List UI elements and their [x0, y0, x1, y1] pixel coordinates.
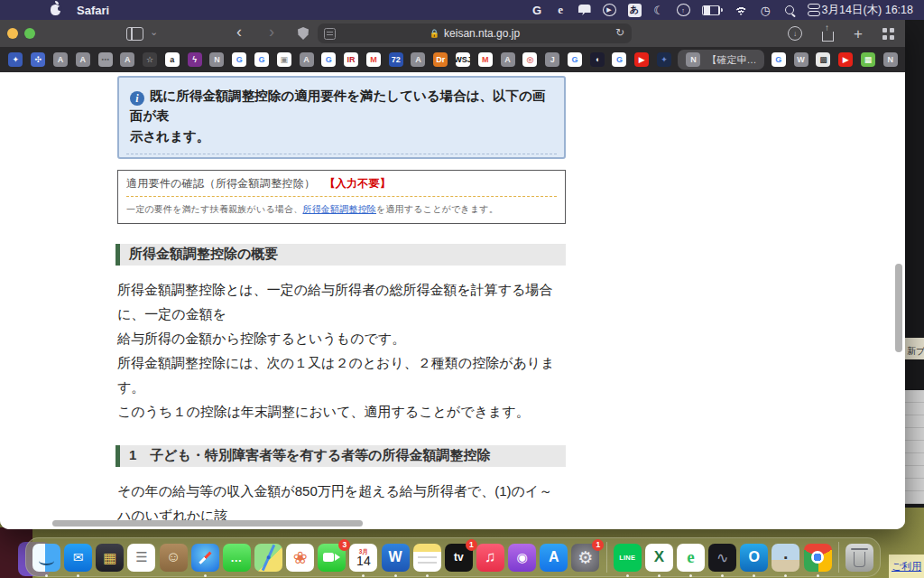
income-adjustment-link[interactable]: 所得金額調整控除: [302, 204, 376, 214]
reload-button[interactable]: ↻: [615, 26, 624, 39]
pinned-tab[interactable]: ▦: [857, 50, 880, 70]
tab-favicon: A: [76, 52, 90, 67]
active-tab[interactable]: N 【確定申…: [678, 50, 764, 70]
dock-contacts[interactable]: ☺: [160, 544, 188, 572]
pinned-tab-google[interactable]: G: [564, 50, 587, 70]
pinned-tab[interactable]: ◖: [586, 50, 608, 70]
dock-reminders[interactable]: ☰: [127, 544, 155, 572]
dock-icon-glyph: ✉: [73, 550, 84, 564]
pinned-tab[interactable]: A: [116, 50, 139, 70]
forward-button[interactable]: ›: [269, 23, 274, 42]
pinned-tab[interactable]: ▣: [273, 50, 295, 70]
pinned-tab[interactable]: ✣: [27, 50, 50, 70]
privacy-shield-icon[interactable]: [298, 27, 309, 40]
screenshot-title-text: 適用要件の確認（所得金額調整控除）: [126, 177, 315, 190]
pinned-tab[interactable]: ▩: [812, 50, 835, 70]
pinned-tab[interactable]: A: [407, 50, 430, 70]
pinned-tab[interactable]: ⋯: [94, 50, 116, 70]
menu-clock[interactable]: 3月14日(木) 16:18: [822, 3, 913, 18]
pinned-tab[interactable]: ◎: [519, 50, 541, 70]
wifi-icon[interactable]: [735, 3, 748, 17]
pinned-tab-google[interactable]: G: [318, 50, 340, 70]
pinned-tab[interactable]: ϟ: [183, 50, 206, 70]
arrow-up-circle-icon[interactable]: ↑: [677, 4, 690, 16]
pinned-tab-star[interactable]: ☆: [139, 50, 162, 70]
pinned-tab[interactable]: A: [295, 50, 318, 70]
moon-icon[interactable]: ☾: [653, 3, 665, 17]
spotlight-icon[interactable]: [783, 3, 796, 17]
time-machine-icon[interactable]: ◷: [760, 3, 772, 17]
pinned-tab-google[interactable]: G: [228, 50, 251, 70]
zoom-button[interactable]: [24, 28, 35, 39]
dock-evernote[interactable]: e: [677, 544, 705, 572]
battery-icon[interactable]: [702, 3, 723, 17]
pinned-tab[interactable]: A: [496, 50, 519, 70]
pinned-tab-gmail[interactable]: M: [363, 50, 385, 70]
dock-appstore[interactable]: A: [540, 544, 568, 572]
pinned-tab[interactable]: J: [541, 50, 564, 70]
pinned-tab[interactable]: A: [71, 50, 94, 70]
dock-notes[interactable]: [413, 544, 441, 572]
control-center-icon[interactable]: [808, 3, 820, 17]
dock-chrome[interactable]: [804, 544, 832, 572]
address-bar[interactable]: 🔒 keisan.nta.go.jp ↻: [318, 23, 632, 43]
sidebar-chevron-icon[interactable]: ⌄: [150, 26, 158, 38]
dock-safari[interactable]: [191, 544, 219, 572]
dock-music[interactable]: ♫: [476, 544, 504, 572]
pinned-tab-google[interactable]: G: [251, 50, 273, 70]
dock-finder[interactable]: [32, 544, 60, 572]
dock-facetime[interactable]: 3: [318, 544, 346, 572]
apple-menu-icon[interactable]: [51, 5, 60, 15]
dock-line[interactable]: LINE: [614, 544, 642, 572]
sidebar-icon[interactable]: [126, 27, 143, 41]
horizontal-scrollbar[interactable]: [52, 520, 363, 527]
share-button[interactable]: [822, 32, 834, 42]
google-icon[interactable]: G: [531, 3, 543, 17]
dock-mail[interactable]: ✉: [64, 544, 92, 572]
pinned-tab-wsj[interactable]: WSJ: [452, 50, 475, 70]
tab-favicon: ✣: [31, 52, 45, 67]
pinned-tab-google[interactable]: G: [608, 50, 631, 70]
pinned-tab[interactable]: N: [206, 50, 228, 70]
dock-outlook[interactable]: O: [740, 544, 768, 572]
dock-maps[interactable]: ●: [254, 544, 282, 572]
dock-calendar[interactable]: 3月 14: [349, 544, 377, 572]
pinned-tab[interactable]: IR: [340, 50, 363, 70]
menu-app-name[interactable]: Safari: [77, 4, 109, 17]
pinned-tab[interactable]: A: [50, 50, 72, 70]
pinned-tab-gmail[interactable]: M: [474, 50, 496, 70]
new-tab-button[interactable]: +: [854, 26, 863, 42]
pinned-tab[interactable]: W: [790, 50, 812, 70]
dock-launchpad[interactable]: ▦: [96, 544, 124, 572]
kana-input-icon[interactable]: あ: [628, 4, 642, 17]
background-partial-link[interactable]: ご利用: [892, 560, 921, 573]
pinned-tab[interactable]: 72: [384, 50, 407, 70]
dock-photos[interactable]: ❀: [286, 544, 314, 572]
dock-appletv[interactable]: tv 1: [445, 544, 473, 572]
pinned-tab-youtube[interactable]: ▶: [631, 50, 653, 70]
dock-podcasts[interactable]: ◉: [508, 544, 536, 572]
tab-overview-button[interactable]: [882, 28, 894, 40]
pinned-tab-youtube[interactable]: ▶: [835, 50, 857, 70]
dock-trash[interactable]: [845, 544, 873, 572]
page-settings-icon[interactable]: [324, 28, 336, 40]
evernote-icon[interactable]: e: [555, 3, 567, 17]
minimize-button[interactable]: [7, 28, 18, 39]
pinned-tab[interactable]: ✦: [653, 50, 676, 70]
vertical-scrollbar[interactable]: [895, 264, 902, 352]
dock-word[interactable]: W: [382, 544, 410, 572]
dock-excel[interactable]: X: [645, 544, 673, 572]
line-icon[interactable]: [578, 3, 591, 17]
dock-waveform-app[interactable]: ∿: [708, 544, 736, 572]
dock-settings[interactable]: ⚙ 1: [571, 544, 599, 572]
dock-image-capture[interactable]: ▪: [772, 544, 799, 572]
downloads-button[interactable]: ↓: [788, 26, 802, 41]
pinned-tab-amazon[interactable]: a: [161, 50, 183, 70]
pinned-tab[interactable]: Dr: [430, 50, 452, 70]
play-circle-icon[interactable]: ▶: [603, 4, 616, 16]
pinned-tab[interactable]: ✦: [5, 50, 27, 70]
dock-messages[interactable]: …: [223, 544, 251, 572]
pinned-tab-google[interactable]: G: [767, 50, 790, 70]
back-button[interactable]: ‹: [236, 23, 242, 42]
pinned-tab[interactable]: N: [879, 50, 901, 70]
